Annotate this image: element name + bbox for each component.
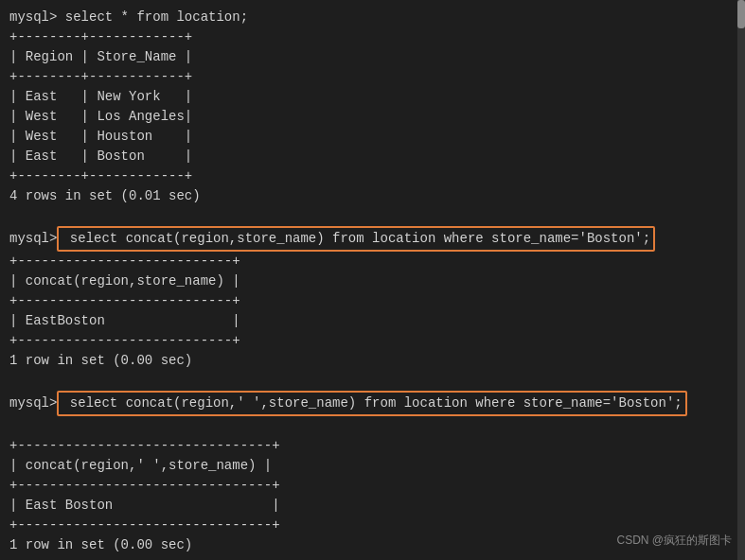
line-9: +--------+------------+: [9, 166, 736, 186]
line-2: +--------+------------+: [9, 27, 736, 47]
scrollbar-thumb[interactable]: [737, 0, 745, 28]
watermark: CSDN @疯狂的斯图卡: [616, 533, 732, 549]
boxed-query-2: select concat(region,' ',store_name) fro…: [57, 391, 686, 416]
header-q1: | concat(region,store_name) |: [9, 271, 736, 291]
line-7: | West | Houston |: [9, 127, 736, 147]
line-10: 4 rows in set (0.01 sec): [9, 186, 736, 206]
blank-3: [9, 416, 736, 436]
line-8: | East | Boston |: [9, 147, 736, 166]
blank-2: [9, 371, 736, 391]
boxed-query-1: select concat(region,store_name) from lo…: [57, 226, 655, 252]
line-4: +--------+------------+: [9, 67, 736, 87]
line-3: | Region | Store_Name |: [9, 47, 736, 67]
sep-q1-3: +---------------------------+: [9, 331, 736, 351]
info-q1: 1 row in set (0.00 sec): [9, 351, 736, 371]
query-line-1: mysql> select concat(region,store_name) …: [9, 226, 736, 252]
sep-q1-1: +---------------------------+: [9, 252, 736, 271]
line-5: | East | New York |: [9, 87, 736, 107]
line-1: mysql> select * from location;: [9, 8, 736, 27]
blank-4: [9, 555, 736, 560]
prompt-text: mysql> select * from location;: [9, 9, 248, 25]
data-q1: | EastBoston |: [9, 311, 736, 331]
prompt-1: mysql>: [9, 231, 57, 246]
data-q2: | East Boston |: [9, 496, 736, 516]
query-line-2: mysql> select concat(region,' ',store_na…: [9, 391, 736, 416]
sep-q2-1: +--------------------------------+: [9, 436, 736, 456]
header-q2: | concat(region,' ',store_name) |: [9, 456, 736, 476]
line-6: | West | Los Angeles|: [9, 107, 736, 127]
scrollbar[interactable]: [737, 0, 745, 560]
sep-q2-2: +--------------------------------+: [9, 476, 736, 496]
terminal: mysql> select * from location; +--------…: [0, 0, 745, 560]
blank-1: [9, 206, 736, 226]
sep-q1-2: +---------------------------+: [9, 291, 736, 311]
prompt-2: mysql>: [9, 395, 57, 411]
